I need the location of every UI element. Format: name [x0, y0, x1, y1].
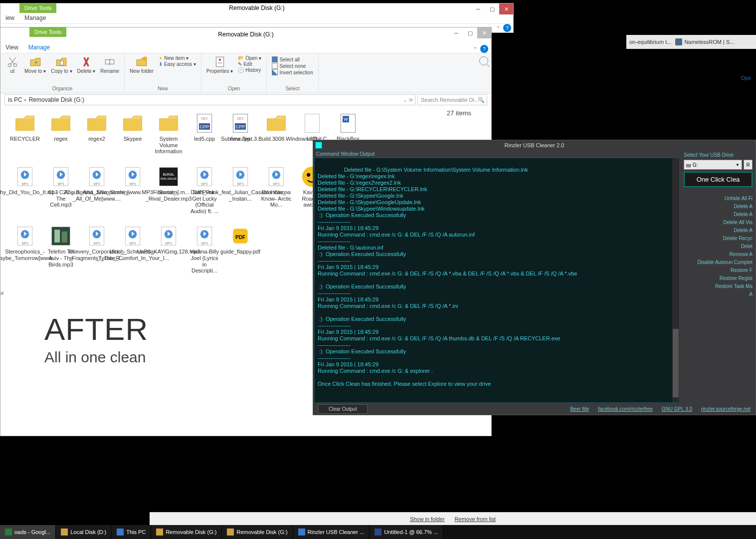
file-item[interactable]: System Volume Information: [152, 111, 185, 156]
file-label: System Volume Information: [153, 136, 184, 155]
file-item[interactable]: PDFguide_flappy.pdf: [224, 224, 257, 275]
minimize-button[interactable]: ─: [471, 3, 485, 14]
clear-output-button[interactable]: Clear Output: [318, 404, 368, 414]
rinzler-action-button[interactable]: Restore Regist: [684, 275, 753, 281]
open-link[interactable]: Ope: [741, 75, 751, 81]
file-item[interactable]: CPPDEVled5.cpp: [188, 111, 221, 156]
taskbar-item[interactable]: Untitled-1 @ 66.7% ...: [370, 525, 443, 539]
file-item[interactable]: MP3Vienna-Billy Joel (Lyrics in Descript…: [188, 224, 221, 275]
search-input[interactable]: Search Removable Di... 🔍: [417, 94, 487, 105]
folder-icon: [86, 112, 108, 134]
file-item[interactable]: regex2: [80, 111, 113, 156]
tab-view[interactable]: iew: [0, 12, 19, 23]
file-item[interactable]: MP3Stereophonics_-_Maybe_Tomorrow[www...…: [8, 224, 41, 275]
chevron-up-icon[interactable]: ⌃: [496, 25, 500, 31]
file-item[interactable]: Skypee: [116, 111, 149, 156]
minimize-button[interactable]: ─: [449, 27, 463, 38]
new-item-button[interactable]: ✦New item ▾: [159, 55, 196, 61]
file-item[interactable]: CPPDEVnew.cpp: [224, 111, 257, 156]
history-button[interactable]: 🕘History: [238, 67, 261, 73]
search-icon[interactable]: [479, 56, 488, 65]
chevron-up-icon[interactable]: ⌃: [473, 46, 477, 52]
svg-text:BURIAL: BURIAL: [163, 173, 175, 176]
svg-point-7: [218, 59, 220, 61]
taskbar-item[interactable]: Removable Disk (G:): [151, 525, 222, 539]
maximize-button[interactable]: ▢: [485, 3, 499, 14]
tab-manage[interactable]: Manage: [19, 12, 51, 23]
gpl-link[interactable]: GNU GPL 3.0: [662, 406, 692, 412]
beer-me-link[interactable]: Beer Me: [570, 406, 589, 412]
drive-tools-tab[interactable]: Drive Tools: [29, 27, 66, 37]
rinzler-action-button[interactable]: Restore F: [684, 267, 753, 273]
show-in-folder-link[interactable]: Show in folder: [410, 516, 445, 522]
edit-button[interactable]: ✎Edit: [238, 61, 261, 67]
folder-icon: [50, 112, 72, 134]
file-item[interactable]: MP3Daft_Punk_feat_Julian_Casablancas_-_I…: [224, 165, 257, 216]
taskbar-item[interactable]: This PC: [112, 525, 151, 539]
browser-tab[interactable]: on-equilibrium t...: [629, 39, 671, 45]
open-button[interactable]: 📂Open ▾: [238, 55, 261, 61]
cut-button[interactable]: ut: [3, 54, 21, 75]
group-label: Organize: [52, 85, 73, 92]
close-button[interactable]: ✕: [499, 3, 513, 14]
select-none-button[interactable]: Select none: [272, 63, 313, 69]
rinzler-action-button[interactable]: Delete Recyc: [684, 235, 753, 242]
facebook-link[interactable]: facebook.com/rinzlerfree: [598, 406, 653, 412]
file-item[interactable]: MP3UnP0aKAYiGmg.128.mp3: [152, 224, 185, 275]
rinzler-action-button[interactable]: Delete All Vis: [684, 219, 753, 226]
refresh-button[interactable]: R: [744, 160, 753, 170]
file-item[interactable]: Sublime.Text.3.Build.3008.Windows.32bit.…: [260, 111, 293, 156]
for-text: for: [0, 290, 4, 296]
taskbar-item[interactable]: Removable Disk (G:): [222, 525, 293, 539]
file-item[interactable]: RECYCLER: [8, 111, 41, 156]
invert-selection-button[interactable]: Invert selection: [272, 69, 313, 75]
sourceforge-link[interactable]: rinzler.sourceforge.net: [701, 406, 751, 412]
file-item[interactable]: BURIALRIVAL DEALERBurial_-_Rival_Dealer.…: [152, 165, 185, 216]
tab-manage[interactable]: Manage: [23, 42, 55, 53]
folder-icon: [158, 112, 180, 134]
taskbar-item[interactable]: Rinzler USB Cleaner ...: [293, 525, 370, 539]
one-click-clean-button[interactable]: One Click Clea: [684, 172, 753, 187]
rinzler-action-button[interactable]: Restore Task Ma: [684, 283, 753, 289]
delete-button[interactable]: Delete ▾: [75, 54, 98, 75]
browser-tab[interactable]: NamelessROM | S...: [675, 38, 734, 45]
mp3-icon: MP3: [86, 166, 108, 188]
taskbar-item[interactable]: Local Disk (D:): [56, 525, 112, 539]
file-item[interactable]: MP3Borsha_Shironamhin[www.MP3Fiber.com].…: [116, 165, 149, 216]
console-output[interactable]: Deleted file - G:\System Volume Informat…: [314, 158, 680, 403]
help-icon[interactable]: ?: [480, 45, 488, 53]
svg-rect-52: [54, 230, 60, 243]
scrollbar[interactable]: [672, 158, 679, 402]
taskbar-item[interactable]: oads - Googl...: [0, 525, 56, 539]
select-all-button[interactable]: Select all: [272, 56, 313, 62]
help-icon[interactable]: ?: [503, 24, 511, 32]
tab-view[interactable]: View: [0, 42, 23, 53]
browser-tabs-fragment: on-equilibrium t... NamelessROM | S...: [626, 35, 756, 49]
file-item[interactable]: MP3_Why_Did_You_Do_It.mp3: [8, 165, 41, 216]
rinzler-action-button[interactable]: Delet: [684, 243, 753, 250]
new-folder-button[interactable]: New folder: [128, 54, 156, 75]
file-item[interactable]: regex: [44, 111, 77, 156]
chevron-down-icon[interactable]: ⌄: [403, 97, 407, 103]
breadcrumb[interactable]: is PC ▸ Removable Disk (G:) ⌄⟳: [4, 94, 415, 105]
rinzler-action-button[interactable]: Remove A: [684, 251, 753, 258]
rinzler-action-button[interactable]: A: [684, 291, 753, 297]
refresh-icon[interactable]: ⟳: [409, 97, 413, 103]
properties-button[interactable]: Properties ▾: [204, 54, 235, 75]
close-button[interactable]: ✕: [477, 27, 491, 38]
rinzler-action-button[interactable]: Delete A: [684, 203, 753, 210]
rinzler-action-button[interactable]: Disable Autorun Complet: [684, 259, 753, 266]
file-item[interactable]: MP3Do I Wanna Know- Arctic Mo...: [260, 165, 293, 216]
drive-tools-tab[interactable]: Drive Tools: [19, 3, 56, 13]
maximize-button[interactable]: ▢: [463, 27, 477, 38]
rinzler-action-button[interactable]: Unhide All Fi: [684, 195, 753, 202]
easy-access-button[interactable]: ⬇Easy access ▾: [159, 61, 196, 67]
rinzler-action-button[interactable]: Delete A: [684, 211, 753, 218]
group-label: Open: [228, 85, 240, 92]
rename-button[interactable]: Rename: [98, 54, 121, 75]
remove-from-list-link[interactable]: Remove from list: [455, 516, 496, 522]
copy-to-button[interactable]: Copy to ▾: [49, 54, 74, 75]
move-to-button[interactable]: Move to ▾: [22, 54, 48, 75]
rinzler-action-button[interactable]: Delete A: [684, 227, 753, 234]
drive-select[interactable]: 🖴 G: ▼: [684, 160, 742, 170]
